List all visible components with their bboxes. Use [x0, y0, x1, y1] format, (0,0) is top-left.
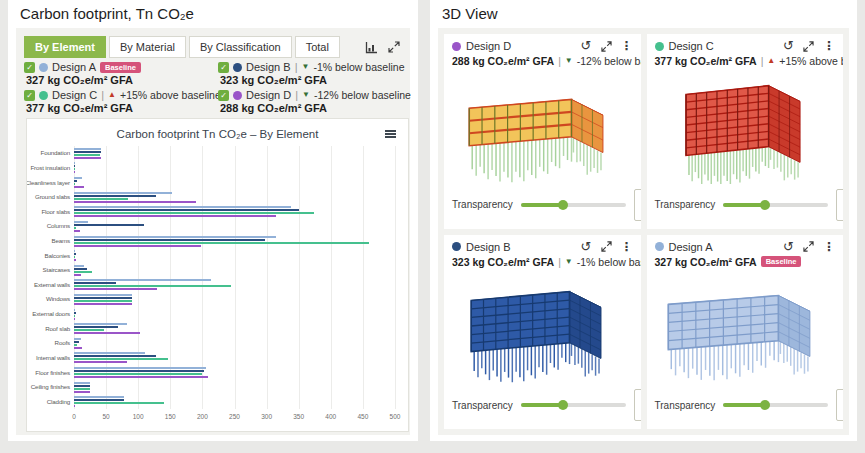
- transparency-label: Transparency: [655, 400, 716, 411]
- transparency-slider[interactable]: [723, 199, 828, 211]
- bar-design-d: [74, 332, 140, 334]
- card-menu-icon[interactable]: ⋮: [621, 39, 633, 53]
- bar-design-d: [74, 245, 201, 247]
- card-menu-icon[interactable]: ⋮: [823, 39, 835, 53]
- bar-design-b: [74, 355, 156, 357]
- legend-checkbox[interactable]: ✓: [24, 62, 35, 73]
- slider-knob[interactable]: [760, 400, 770, 410]
- x-tick-label: 100: [133, 413, 144, 420]
- baseline-badge: Baseline: [761, 256, 802, 267]
- x-tick-label: 50: [102, 413, 109, 420]
- slider-knob[interactable]: [558, 200, 568, 210]
- carbon-view-button[interactable]: Carbon view: [634, 389, 641, 421]
- slider-fill: [723, 403, 765, 407]
- bar-design-c: [74, 402, 164, 404]
- delta-down-icon: ▼: [565, 257, 573, 267]
- slider-knob[interactable]: [558, 400, 568, 410]
- legend-checkbox[interactable]: ✓: [218, 62, 229, 73]
- bar-design-a: [74, 250, 75, 252]
- bar-design-d: [74, 361, 127, 363]
- building-3d-view[interactable]: [647, 67, 844, 185]
- chart-menu-icon[interactable]: [385, 130, 396, 140]
- bar-design-b: [74, 195, 156, 197]
- legend-item-design-a: ✓Design ABaseline327 kg CO₂e/m² GFA: [24, 61, 210, 86]
- card-color-dot: [655, 42, 664, 51]
- building-3d-view[interactable]: [444, 67, 641, 185]
- bar-design-a: [74, 177, 82, 179]
- legend-checkbox[interactable]: ✓: [218, 90, 229, 101]
- transparency-slider[interactable]: [521, 399, 626, 411]
- rotate-view-icon[interactable]: ↺: [783, 241, 794, 253]
- carbon-view-button[interactable]: Carbon view: [836, 189, 843, 221]
- expand-card-icon[interactable]: [803, 241, 814, 252]
- slider-fill: [521, 403, 563, 407]
- rotate-view-icon[interactable]: ↺: [783, 40, 794, 52]
- bar-chart-plot: 050100150200250300350400450500Foundation…: [74, 146, 395, 409]
- expand-icon[interactable]: [388, 41, 400, 53]
- bar-design-a: [74, 221, 88, 223]
- legend-item-design-d: ✓Design D|▼-12% below baseline288 kg CO₂…: [218, 89, 411, 114]
- category-label: Staircases: [43, 266, 70, 273]
- slider-knob[interactable]: [760, 200, 770, 210]
- slider-fill: [521, 203, 563, 207]
- expand-card-icon[interactable]: [803, 41, 814, 52]
- expand-card-icon[interactable]: [601, 41, 612, 52]
- legend-item-design-b: ✓Design B|▼-1% below baseline323 kg CO₂e…: [218, 61, 411, 86]
- bar-design-c: [74, 256, 75, 258]
- tab-by-classification[interactable]: By Classification: [189, 36, 292, 58]
- bar-design-c: [74, 329, 104, 331]
- category-label: Floor finishes: [35, 369, 70, 376]
- category-label: Ceiling finishes: [31, 383, 70, 390]
- x-tick-label: 350: [293, 413, 304, 420]
- transparency-slider[interactable]: [723, 399, 828, 411]
- x-tick-label: 400: [325, 413, 336, 420]
- bar-design-d: [74, 405, 75, 407]
- bar-design-d: [74, 171, 75, 173]
- carbon-view-button[interactable]: Carbon view: [836, 389, 843, 421]
- transparency-label: Transparency: [452, 199, 513, 210]
- legend-design-name: Design B: [246, 61, 291, 73]
- delta-up-icon: ▲: [767, 56, 775, 66]
- tab-by-element[interactable]: By Element: [24, 36, 106, 58]
- building-3d-view[interactable]: [444, 268, 641, 386]
- bar-design-b: [74, 326, 118, 328]
- view3d-panel: 3D View Design D↺⋮288 kg CO₂e/m² GFA|▼-1…: [430, 0, 857, 441]
- bar-design-a: [74, 382, 90, 384]
- rotate-view-icon[interactable]: ↺: [581, 40, 592, 52]
- card-menu-icon[interactable]: ⋮: [823, 240, 835, 254]
- chart-card: Carbon footprint Tn CO₂e – By Element 05…: [26, 118, 409, 432]
- separator: |: [558, 256, 561, 268]
- separator: |: [101, 89, 104, 101]
- category-label: Beams: [51, 237, 70, 244]
- chart-legend: ✓Design ABaseline327 kg CO₂e/m² GFA✓Desi…: [24, 61, 411, 114]
- building-3d-view[interactable]: [647, 268, 844, 386]
- legend-value: 377 kg CO₂e/m² GFA: [26, 102, 210, 114]
- bar-design-d: [74, 157, 101, 159]
- legend-checkbox[interactable]: ✓: [24, 90, 35, 101]
- category-label: External walls: [34, 281, 70, 288]
- slider-track: [723, 403, 828, 407]
- bar-design-c: [74, 227, 76, 229]
- chart-type-icon[interactable]: [365, 41, 378, 54]
- card-design-name: Design C: [669, 40, 714, 52]
- card-color-dot: [452, 242, 461, 251]
- bar-design-c: [74, 358, 168, 360]
- bar-design-c: [74, 315, 75, 317]
- card-design-name: Design A: [669, 241, 713, 253]
- bar-design-a: [74, 148, 101, 150]
- card-menu-icon[interactable]: ⋮: [621, 240, 633, 254]
- legend-value: 327 kg CO₂e/m² GFA: [26, 74, 210, 86]
- bar-design-c: [74, 271, 92, 273]
- tab-total[interactable]: Total: [295, 36, 340, 58]
- separator: |: [295, 89, 298, 101]
- gridline: [395, 146, 396, 409]
- tab-by-material[interactable]: By Material: [109, 36, 186, 58]
- carbon-view-button[interactable]: Carbon view: [634, 189, 641, 221]
- card-value: 377 kg CO₂e/m² GFA: [655, 55, 757, 67]
- expand-card-icon[interactable]: [601, 241, 612, 252]
- transparency-slider[interactable]: [521, 199, 626, 211]
- legend-design-name: Design D: [246, 89, 291, 101]
- rotate-view-icon[interactable]: ↺: [581, 241, 592, 253]
- bar-design-a: [74, 309, 75, 311]
- x-tick-label: 300: [261, 413, 272, 420]
